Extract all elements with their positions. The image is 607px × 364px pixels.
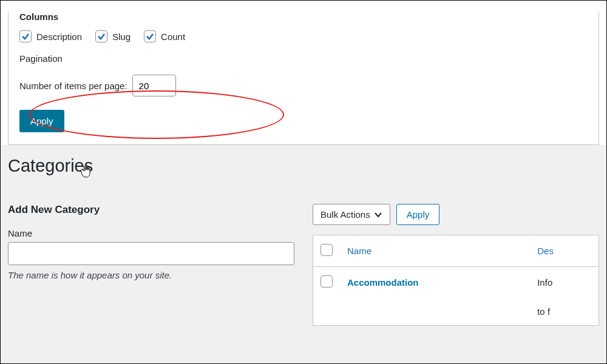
checkbox-slug[interactable] [95, 30, 107, 42]
categories-table: Name Des Accommodation Info to f [313, 235, 599, 326]
column-toggle-count[interactable]: Count [144, 30, 185, 42]
column-label-description: Description [36, 32, 82, 42]
name-field-label: Name [8, 228, 294, 238]
page-body: Categories Add New Category Name The nam… [1, 145, 606, 364]
page-title: Categories [8, 145, 599, 181]
column-label-count: Count [161, 32, 185, 42]
bulk-apply-button[interactable]: Apply [396, 204, 440, 225]
bulk-actions-selected: Bulk Actions [320, 209, 370, 220]
table-header-row: Name Des [313, 235, 599, 267]
add-category-heading: Add New Category [8, 204, 294, 216]
column-label-slug: Slug [112, 32, 131, 42]
name-field-help: The name is how it appears on your site. [8, 270, 294, 280]
checkbox-count[interactable] [144, 30, 156, 42]
items-per-page-row: Number of items per page: [19, 75, 588, 96]
checkbox-description[interactable] [19, 30, 32, 42]
apply-screen-options-button[interactable]: Apply [19, 110, 64, 132]
select-all-checkbox[interactable] [320, 244, 333, 256]
category-row-description: Info [530, 267, 599, 298]
category-row-title[interactable]: Accommodation [347, 277, 419, 288]
column-toggle-slug[interactable]: Slug [95, 30, 131, 42]
bulk-actions-select[interactable]: Bulk Actions [313, 204, 390, 225]
name-input[interactable] [8, 242, 294, 265]
columns-checkbox-row: Description Slug Count [19, 30, 588, 42]
category-row-description-cont: to f [530, 298, 599, 326]
table-row: Accommodation Info [313, 267, 599, 298]
chevron-down-icon [374, 211, 382, 219]
bulk-actions-row: Bulk Actions Apply [313, 204, 599, 225]
column-toggle-description[interactable]: Description [19, 30, 82, 42]
add-category-form: Add New Category Name The name is how it… [8, 204, 294, 280]
screen-options-panel: Columns Description Slug Count Paginatio… [8, 12, 599, 145]
column-header-name[interactable]: Name [340, 235, 530, 267]
annotation-ellipse [29, 90, 284, 139]
row-checkbox[interactable] [320, 275, 333, 288]
items-per-page-input[interactable] [132, 75, 176, 96]
two-column-layout: Add New Category Name The name is how it… [8, 204, 599, 326]
categories-list-panel: Bulk Actions Apply Name Des Accommo [313, 204, 599, 326]
pagination-heading: Pagination [19, 53, 588, 64]
table-row: to f [313, 298, 599, 326]
columns-heading: Columns [19, 12, 588, 22]
column-header-description[interactable]: Des [530, 235, 599, 267]
items-per-page-label: Number of items per page: [19, 81, 127, 91]
